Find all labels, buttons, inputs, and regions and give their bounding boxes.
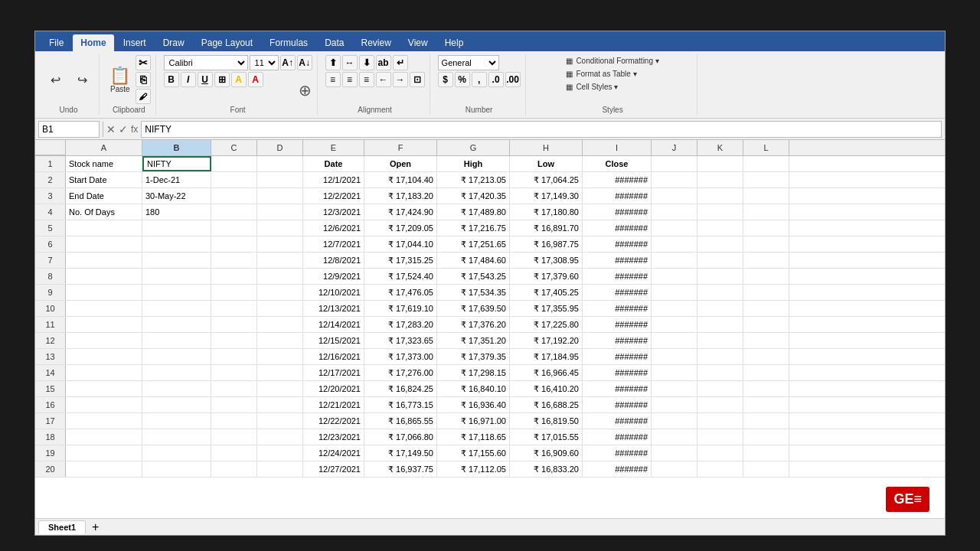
decrease-indent-button[interactable]: ← (376, 72, 391, 87)
cell[interactable] (743, 413, 789, 429)
decrease-decimal-button[interactable]: .0 (488, 72, 504, 87)
cell[interactable] (652, 365, 697, 380)
cell[interactable] (743, 236, 789, 252)
tab-view[interactable]: View (400, 34, 436, 51)
cell[interactable] (743, 317, 789, 332)
cell[interactable] (743, 397, 789, 412)
bold-button[interactable]: B (164, 72, 179, 87)
cell[interactable]: 12/24/2021 (303, 445, 364, 461)
font-size-select[interactable]: 11 (250, 55, 279, 70)
cell[interactable]: ₹ 16,833.20 (510, 461, 583, 477)
cell[interactable] (257, 220, 303, 236)
cell[interactable] (652, 381, 697, 396)
cell[interactable] (743, 301, 789, 316)
tab-draw[interactable]: Draw (155, 34, 192, 51)
row-number[interactable]: 19 (35, 445, 66, 461)
orientation-button[interactable]: ab (376, 55, 391, 70)
cell[interactable] (142, 236, 211, 252)
cell[interactable] (257, 253, 303, 268)
cell[interactable]: ₹ 17,298.15 (437, 365, 510, 380)
cell[interactable]: 12/7/2021 (303, 236, 364, 252)
cell[interactable] (697, 156, 743, 171)
row-number[interactable]: 16 (35, 397, 66, 412)
cell[interactable] (211, 301, 257, 316)
col-header-c[interactable]: C (211, 140, 257, 155)
cell[interactable]: ₹ 17,351.20 (437, 333, 510, 348)
cell[interactable]: 12/1/2021 (303, 172, 364, 187)
cell[interactable]: ₹ 17,420.35 (437, 188, 510, 204)
cell[interactable]: End Date (66, 188, 142, 204)
row-number[interactable]: 13 (35, 349, 66, 364)
cell[interactable]: 12/6/2021 (303, 220, 364, 236)
cell-ref-box[interactable]: B1 (38, 121, 100, 138)
cell[interactable]: Date (303, 156, 364, 171)
cell[interactable]: ₹ 17,044.10 (364, 236, 437, 252)
border-button[interactable]: ⊞ (214, 72, 230, 87)
align-middle-button[interactable]: ↔ (342, 55, 358, 70)
cell[interactable] (142, 365, 211, 380)
tab-review[interactable]: Review (353, 34, 398, 51)
cell[interactable]: ₹ 17,476.05 (364, 285, 437, 300)
conditional-formatting-button[interactable]: ▦ Conditional Formatting ▾ (563, 55, 662, 67)
number-format-select[interactable]: General (438, 55, 499, 70)
fill-color-button[interactable]: A (231, 72, 247, 87)
redo-button[interactable]: ↪ (70, 69, 94, 90)
cell[interactable] (211, 413, 257, 429)
cell[interactable] (652, 253, 697, 268)
col-header-k[interactable]: K (697, 140, 743, 155)
cell[interactable]: 180 (142, 204, 211, 220)
cell[interactable] (142, 220, 211, 236)
tab-file[interactable]: File (41, 34, 71, 51)
cell[interactable]: ₹ 17,180.80 (510, 204, 583, 220)
cell[interactable] (257, 285, 303, 300)
row-number[interactable]: 1 (35, 156, 66, 171)
cell[interactable]: ####### (583, 365, 652, 380)
row-number[interactable]: 14 (35, 365, 66, 380)
col-header-i[interactable]: I (583, 140, 652, 155)
cell[interactable]: Start Date (66, 172, 142, 187)
cell[interactable] (66, 461, 142, 477)
col-header-g[interactable]: G (437, 140, 510, 155)
cell[interactable] (697, 349, 743, 364)
cell[interactable] (743, 285, 789, 300)
cell[interactable] (211, 156, 257, 171)
cell[interactable] (211, 445, 257, 461)
cell[interactable]: ####### (583, 461, 652, 477)
cell[interactable]: 1-Dec-21 (142, 172, 211, 187)
row-number[interactable]: 11 (35, 317, 66, 332)
cell[interactable]: ₹ 17,639.50 (437, 301, 510, 316)
cell[interactable] (142, 269, 211, 284)
cell[interactable] (142, 445, 211, 461)
row-number[interactable]: 2 (35, 172, 66, 187)
cell[interactable]: ####### (583, 172, 652, 187)
cell[interactable] (142, 317, 211, 332)
cell[interactable] (652, 156, 697, 171)
cell[interactable] (743, 445, 789, 461)
cell[interactable] (257, 461, 303, 477)
cell[interactable] (211, 269, 257, 284)
wrap-text-button[interactable]: ↵ (393, 55, 408, 70)
cell[interactable]: ₹ 17,209.05 (364, 220, 437, 236)
tab-formulas[interactable]: Formulas (262, 34, 315, 51)
cell[interactable] (142, 333, 211, 348)
cell[interactable] (697, 220, 743, 236)
cell[interactable]: ₹ 17,183.20 (364, 188, 437, 204)
merge-center-button[interactable]: ⊡ (410, 72, 425, 87)
cell[interactable]: ₹ 17,424.90 (364, 204, 437, 220)
cell[interactable] (652, 429, 697, 445)
cell[interactable] (66, 220, 142, 236)
cell[interactable] (142, 381, 211, 396)
cell[interactable]: ₹ 16,966.45 (510, 365, 583, 380)
cell[interactable] (743, 220, 789, 236)
cell[interactable] (257, 269, 303, 284)
row-number[interactable]: 9 (35, 285, 66, 300)
cell[interactable] (142, 413, 211, 429)
cell[interactable]: 30-May-22 (142, 188, 211, 204)
cell[interactable]: ####### (583, 204, 652, 220)
cell[interactable] (652, 301, 697, 316)
row-number[interactable]: 15 (35, 381, 66, 396)
percent-button[interactable]: % (455, 72, 470, 87)
cell[interactable]: ₹ 16,824.25 (364, 381, 437, 396)
cell[interactable] (257, 317, 303, 332)
cell[interactable] (652, 317, 697, 332)
